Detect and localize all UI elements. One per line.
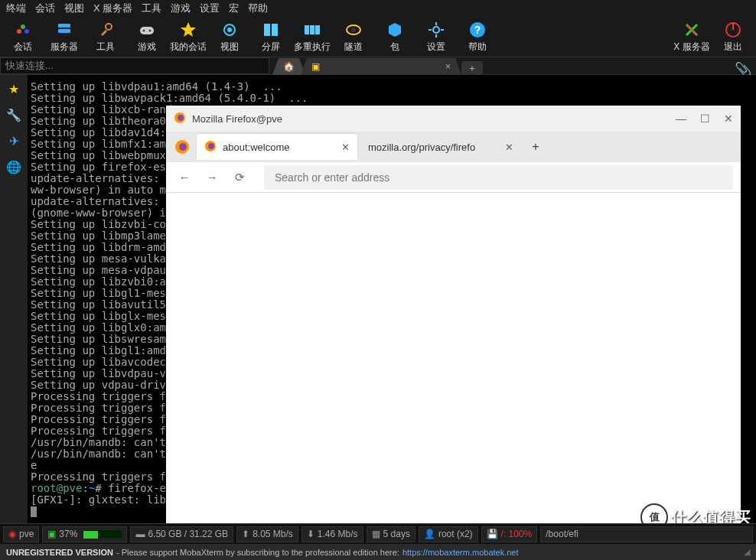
svg-point-18 — [433, 27, 439, 33]
menu-X 服务器[interactable]: X 服务器 — [93, 2, 132, 15]
toolbar-server-button[interactable]: 服务器 — [46, 21, 83, 54]
firefox-tab-welcome[interactable]: about:welcome ✕ — [197, 134, 357, 160]
footer-link[interactable]: https://mobaxterm.mobatek.net — [402, 548, 519, 557]
tool-icon[interactable]: 🔧 — [5, 106, 23, 124]
toolbar-exit-button[interactable]: 退出 — [715, 21, 751, 54]
svg-point-1 — [17, 29, 21, 34]
status-net-up[interactable]: ⬆8.05 Mb/s — [236, 526, 298, 542]
firefox-new-tab-button[interactable]: + — [524, 135, 547, 158]
svg-point-5 — [106, 24, 112, 30]
toolbar-label: 会话 — [14, 41, 32, 54]
close-icon[interactable]: × — [445, 61, 451, 72]
back-button[interactable]: ← — [174, 167, 195, 188]
toolbar-help-button[interactable]: ?帮助 — [459, 21, 496, 54]
status-host[interactable]: ◉pve — [3, 526, 39, 542]
tunnel-icon — [344, 21, 363, 39]
disk-icon: 💾 — [487, 529, 498, 539]
session-tab-shell[interactable]: ▣× — [301, 58, 461, 75]
toolbar-star-button[interactable]: 我的会话 — [170, 21, 207, 54]
toolbar-label: 退出 — [724, 41, 742, 54]
shell-icon: ▣ — [311, 61, 320, 72]
send-icon[interactable]: ✈ — [5, 132, 23, 150]
close-icon[interactable]: ✕ — [341, 142, 350, 153]
toolbar-label: 视图 — [220, 41, 239, 54]
toolbar-split-button[interactable]: 分屏 — [253, 21, 289, 54]
menu-终端[interactable]: 终端 — [6, 2, 26, 15]
new-tab-button[interactable]: ＋ — [461, 61, 483, 75]
forward-button[interactable]: → — [201, 167, 223, 188]
firefox-tab-privacy[interactable]: mozilla.org/privacy/firefo ✕ — [360, 134, 521, 160]
cpu-icon: ▣ — [47, 529, 56, 539]
close-button[interactable]: ✕ — [724, 112, 733, 125]
toolbar-multi-button[interactable]: 多重执行 — [294, 21, 331, 54]
maximize-button[interactable]: ☐ — [700, 112, 710, 125]
session-icon — [14, 21, 32, 39]
firefox-titlebar[interactable]: Mozilla Firefox@pve — ☐ ✕ — [166, 106, 741, 132]
toolbar-view-button[interactable]: 视图 — [211, 21, 248, 54]
svg-rect-13 — [305, 25, 309, 34]
toolbar-label: 帮助 — [468, 41, 487, 54]
svg-rect-6 — [140, 27, 154, 34]
session-tabs: 🏠 ▣× ＋ — [272, 57, 483, 75]
debian-icon: ◉ — [8, 529, 16, 539]
menu-会话[interactable]: 会话 — [35, 2, 55, 15]
svg-point-26 — [179, 143, 187, 151]
view-icon — [220, 21, 239, 39]
footer: UNREGISTERED VERSION - Please support Mo… — [0, 544, 756, 560]
firefox-icon — [204, 140, 217, 155]
svg-rect-11 — [264, 24, 270, 36]
svg-point-7 — [143, 29, 145, 31]
toolbar-tunnel-button[interactable]: 隧道 — [335, 21, 372, 54]
calendar-icon: ▦ — [372, 529, 380, 539]
toolbar-session-button[interactable]: 会话 — [5, 21, 41, 54]
firefox-tabstrip: about:welcome ✕ mozilla.org/privacy/fire… — [166, 132, 741, 162]
menu-帮助[interactable]: 帮助 — [248, 2, 268, 15]
menu-游戏[interactable]: 游戏 — [171, 2, 191, 15]
status-cpu[interactable]: ▣37% — [42, 526, 127, 542]
firefox-tab-icon[interactable] — [171, 135, 194, 158]
connect-row: 快速连接... 🏠 ▣× ＋ — [0, 57, 756, 75]
user-icon: 👤 — [424, 529, 435, 539]
multi-icon — [303, 21, 321, 39]
star-icon[interactable]: ★ — [5, 80, 23, 98]
toolbar-label: 服务器 — [51, 41, 78, 54]
quick-connect-input[interactable]: 快速连接... — [0, 57, 269, 74]
toolbar-label: 游戏 — [138, 41, 156, 54]
close-icon[interactable]: ✕ — [505, 142, 513, 153]
globe-icon[interactable]: 🌐 — [5, 158, 23, 176]
exit-icon — [724, 21, 742, 39]
svg-text:?: ? — [474, 24, 481, 36]
toolbar-tools-button[interactable]: 工具 — [87, 21, 124, 54]
url-input[interactable]: Search or enter address — [264, 165, 733, 190]
footer-msg: - Please support MobaXterm by subscribin… — [116, 548, 399, 557]
status-paths[interactable]: /boot/efi — [540, 526, 753, 542]
upload-icon: ⬆ — [242, 529, 249, 539]
menu-视图[interactable]: 视图 — [64, 2, 84, 15]
toolbar-package-button[interactable]: 包 — [376, 21, 413, 54]
menu-设置[interactable]: 设置 — [200, 2, 220, 15]
terminal-line: Setting up libvdpau1:amd64 (1.4-3) ... — [31, 81, 753, 93]
status-disk[interactable]: 💾/: 100% — [481, 526, 538, 542]
reload-button[interactable]: ⟳ — [229, 167, 250, 188]
toolbar-settings-button[interactable]: 设置 — [418, 21, 455, 54]
status-net-down[interactable]: ⬇1.46 Mb/s — [301, 526, 363, 542]
firefox-content[interactable] — [166, 193, 741, 523]
svg-rect-3 — [58, 24, 70, 28]
status-uptime[interactable]: ▦5 days — [367, 526, 415, 542]
menubar: 终端会话视图X 服务器工具游戏设置宏帮助 — [0, 0, 756, 17]
toolbar-games-button[interactable]: 游戏 — [129, 21, 165, 54]
minimize-button[interactable]: — — [676, 112, 686, 125]
star-icon — [179, 21, 197, 39]
menu-工具[interactable]: 工具 — [142, 2, 161, 15]
toolbar-label: 分屏 — [262, 41, 280, 54]
menu-宏[interactable]: 宏 — [229, 2, 239, 15]
toolbar-label: X 服务器 — [673, 41, 709, 54]
status-user[interactable]: 👤root (x2) — [419, 526, 478, 542]
resize-grip-icon[interactable]: ◢ — [744, 547, 750, 557]
session-tab-home[interactable]: 🏠 — [272, 58, 305, 75]
svg-point-24 — [178, 115, 184, 121]
home-icon: 🏠 — [283, 61, 295, 72]
status-mem[interactable]: ▬6.50 GB / 31.22 GB — [130, 526, 233, 542]
unregistered-label: UNREGISTERED VERSION — [6, 548, 113, 557]
toolbar-xserver-button[interactable]: X 服务器 — [673, 21, 710, 54]
